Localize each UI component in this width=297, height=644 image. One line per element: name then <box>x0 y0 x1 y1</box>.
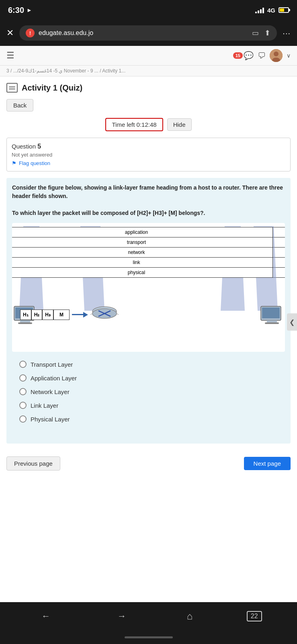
network-type: 4G <box>267 7 275 14</box>
browser-back-button[interactable]: ← <box>35 608 57 625</box>
battery-icon <box>279 7 289 13</box>
option-application[interactable]: Application Layer <box>18 371 279 385</box>
svg-point-1 <box>274 52 279 56</box>
radio-transport[interactable] <box>19 361 27 368</box>
svg-rect-12 <box>262 308 280 318</box>
question-status: Not yet answered <box>12 152 285 158</box>
question-text: Consider the figure below, showing a lin… <box>12 184 285 217</box>
radio-physical[interactable] <box>19 415 27 423</box>
close-button[interactable]: ✕ <box>6 28 14 38</box>
browser-bar: ✕ ! edugate.asu.edu.jo ▭ ⬆ ··· <box>0 20 297 46</box>
question-content: Consider the figure below, showing a lin… <box>6 178 291 444</box>
network-diagram: application transport network link physi… <box>12 223 285 352</box>
nav-buttons: Previous page Next page <box>6 450 291 477</box>
radio-application[interactable] <box>19 374 27 382</box>
bookmark-icon[interactable]: ▭ <box>252 29 259 37</box>
account-chevron-icon[interactable]: ∨ <box>287 52 291 59</box>
bottom-browser-bar: ← → ⌂ 22 <box>0 602 297 630</box>
share-icon[interactable]: ⬆ <box>264 29 270 37</box>
flag-icon: ⚑ <box>12 160 16 166</box>
hamburger-menu-icon[interactable]: ☰ <box>6 50 14 61</box>
home-indicator-bar <box>125 636 173 638</box>
svg-rect-14 <box>265 322 279 324</box>
browser-home-button[interactable]: ⌂ <box>187 611 193 622</box>
destination-computer-icon <box>259 305 285 328</box>
packet-arrow-icon <box>72 312 88 318</box>
question-card: Question 5 Not yet answered ⚑ Flag quest… <box>6 138 291 171</box>
svg-line-19 <box>90 314 92 323</box>
breadcrumb: ي 5- 14غسم-1ك9-24/... / 3 November - 9 .… <box>0 66 297 76</box>
url-text: edugate.asu.edu.jo <box>39 29 93 37</box>
signal-bars-icon <box>255 7 264 13</box>
flag-label: Flag question <box>19 160 50 166</box>
main-content: Activity 1 (Quiz) Back Time left 0:12:48… <box>0 76 297 483</box>
nav-bar: ☰ 15 💬 🗩 ∨ <box>0 46 297 66</box>
url-bar[interactable]: ! edugate.asu.edu.jo ▭ ⬆ <box>19 25 277 41</box>
location-icon: ► <box>27 7 32 13</box>
option-link[interactable]: Link Layer <box>18 398 279 412</box>
option-transport[interactable]: Transport Layer <box>18 357 279 371</box>
option-network[interactable]: Network Layer <box>18 385 279 398</box>
router-icon <box>90 303 119 326</box>
url-actions: ▭ ⬆ <box>252 29 270 37</box>
status-time: 6:30 ► <box>8 6 32 15</box>
right-layers-table: application transport network link physi… <box>12 227 273 278</box>
chat-icon[interactable]: 🗩 <box>258 51 266 60</box>
next-page-button[interactable]: Next page <box>244 457 291 470</box>
h3-cell: H₃ <box>42 310 53 320</box>
sidebar-toggle-button[interactable]: ❮ <box>287 314 297 331</box>
breadcrumb-text: ي 5- 14غسم-1ك9-24/... / 3 November - 9 .… <box>6 68 125 74</box>
svg-line-20 <box>117 314 119 323</box>
flag-question-button[interactable]: ⚑ Flag question <box>12 160 285 166</box>
svg-rect-13 <box>267 320 277 322</box>
hide-timer-button[interactable]: Hide <box>167 118 192 131</box>
option-physical[interactable]: Physical Layer <box>18 412 279 426</box>
time-display: 6:30 <box>8 6 24 15</box>
notification-badge[interactable]: 15 <box>233 52 243 59</box>
security-warning-icon: ! <box>26 29 35 37</box>
browser-forward-button[interactable]: → <box>111 608 133 625</box>
nav-right: 15 💬 🗩 ∨ <box>233 49 291 62</box>
radio-network[interactable] <box>19 388 27 395</box>
status-right: 4G <box>255 7 289 14</box>
status-bar: 6:30 ► 4G <box>0 0 297 20</box>
h1-cell: H₁ <box>20 310 31 320</box>
timer-row: Time left 0:12:48 Hide <box>6 118 291 131</box>
more-options-button[interactable]: ··· <box>283 29 291 38</box>
page-title: Activity 1 (Quiz) <box>22 83 82 93</box>
answer-options: Transport Layer Application Layer Networ… <box>12 352 285 431</box>
notification-icon[interactable]: 💬 <box>244 51 254 60</box>
question-number: Question 5 <box>12 143 285 150</box>
previous-page-button[interactable]: Previous page <box>6 456 60 471</box>
avatar[interactable] <box>270 49 283 62</box>
m-cell: M <box>53 310 70 320</box>
back-button[interactable]: Back <box>6 99 33 111</box>
h2-cell: H₂ <box>31 310 43 320</box>
timer-display: Time left 0:12:48 <box>105 118 163 131</box>
packet-row: H₁ H₂ H₃ M <box>20 303 119 326</box>
activity-title-row: Activity 1 (Quiz) <box>6 83 291 93</box>
tab-count-button[interactable]: 22 <box>247 611 262 621</box>
home-indicator <box>0 630 297 644</box>
radio-link[interactable] <box>19 402 27 409</box>
quiz-icon <box>6 83 18 93</box>
